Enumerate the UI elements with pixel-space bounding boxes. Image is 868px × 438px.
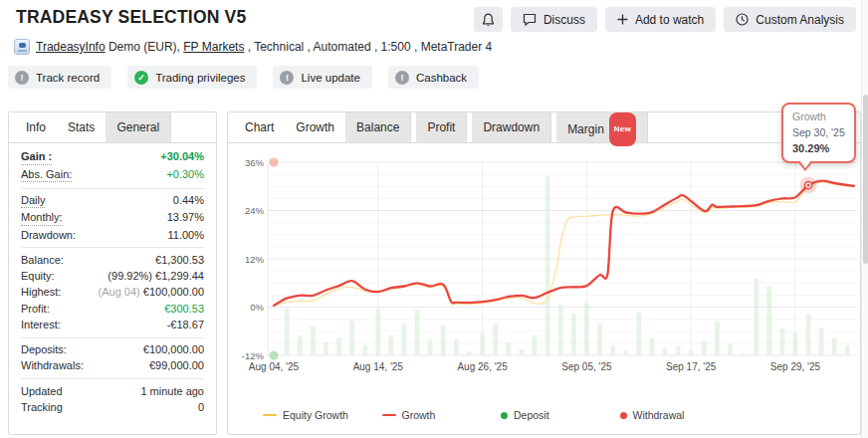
stat-row-equity: Equity:(99.92%) €1,299.44 xyxy=(21,269,204,285)
account-name-link[interactable]: TradeasyInfo xyxy=(36,40,106,54)
chart-panel: ChartGrowthBalanceProfitDrawdownMarginNe… xyxy=(227,111,861,435)
page-title: TRADEASY SELECTION V5 xyxy=(16,7,246,28)
tab-drawdown[interactable]: Drawdown xyxy=(472,112,551,142)
stats-panel: InfoStatsGeneral Gain :+30.04%Abs. Gain:… xyxy=(8,111,217,435)
notifications-button[interactable] xyxy=(474,7,503,32)
x-axis-tick-label: Aug 04, '25 xyxy=(249,361,300,372)
stats-tabs: InfoStatsGeneral xyxy=(9,112,216,143)
x-axis-tick-label: Aug 26, '25 xyxy=(457,361,508,372)
stat-row-daily: Daily0.44% xyxy=(21,193,204,210)
discuss-button[interactable]: Discuss xyxy=(511,7,597,32)
x-axis-tick-label: Sep 05, '25 xyxy=(561,361,612,372)
legend-item-withdrawal[interactable]: Withdrawal xyxy=(620,409,740,421)
activity-bar xyxy=(506,342,511,355)
chat-icon xyxy=(523,13,537,26)
stat-value: 1 minute ago xyxy=(140,385,204,399)
activity-bar xyxy=(832,338,837,355)
tab-balance[interactable]: Balance xyxy=(345,112,411,142)
verification-badges-row: !Track record✓Trading privileges!Live up… xyxy=(8,66,479,89)
legend-item-deposit[interactable]: Deposit xyxy=(501,409,620,421)
tab-chart[interactable]: Chart xyxy=(234,112,285,142)
activity-bar xyxy=(819,328,824,355)
legend-line-swatch xyxy=(382,414,396,416)
stat-value: €99,000.00 xyxy=(149,359,204,373)
selected-point-marker xyxy=(804,181,813,190)
y-axis-tick-label: 24% xyxy=(245,205,265,216)
activity-bar xyxy=(415,310,420,355)
stat-value: 11.00% xyxy=(168,229,205,243)
badge-cashback[interactable]: !Cashback xyxy=(388,66,479,89)
stat-label: Gain : xyxy=(21,150,52,165)
activity-bar xyxy=(480,333,485,355)
section-divider xyxy=(21,247,204,248)
page-scrollbar[interactable] xyxy=(861,0,868,438)
broker-link[interactable]: FP Markets xyxy=(183,40,244,54)
stat-row-highest: Highest:(Aug 04) €100,000.00 xyxy=(21,285,204,301)
y-axis-tick-label: 12% xyxy=(245,254,265,265)
y-axis-tick-label: 36% xyxy=(245,157,265,168)
badge-live-update[interactable]: !Live update xyxy=(273,66,371,89)
legend-line-swatch xyxy=(263,414,277,416)
badge-track-record[interactable]: !Track record xyxy=(8,66,111,89)
activity-bar xyxy=(676,346,681,355)
withdrawal-marker xyxy=(270,158,279,167)
badge-label: Trading privileges xyxy=(155,72,245,84)
tooltip-date: Sep 30, '25 xyxy=(792,126,845,138)
activity-bar xyxy=(741,353,746,355)
trading-dashboard-page: TRADEASY SELECTION V5 Discuss Add to wat… xyxy=(0,0,868,438)
legend-dot-swatch xyxy=(501,412,508,419)
stat-row-updated: Updated1 minute ago xyxy=(21,383,204,399)
activity-bar xyxy=(324,342,328,355)
activity-bar xyxy=(375,309,380,355)
section-divider xyxy=(21,337,204,338)
tab-info[interactable]: Info xyxy=(15,112,57,142)
legend-dot-swatch xyxy=(620,412,627,419)
activity-bar xyxy=(441,325,446,355)
legend-item-growth[interactable]: Growth xyxy=(382,409,502,421)
add-to-watch-button[interactable]: Add to watch xyxy=(605,7,716,32)
activity-bar xyxy=(467,351,472,355)
growth-chart[interactable]: 36%24%12%0%-12%Aug 04, '25Aug 14, '25Aug… xyxy=(228,143,860,386)
activity-bar xyxy=(571,314,576,355)
page-scrollbar-thumb[interactable] xyxy=(863,95,868,264)
tab-stats[interactable]: Stats xyxy=(57,112,106,142)
activity-bar xyxy=(793,332,798,355)
chart-tooltip: Growth Sep 30, '25 30.29% xyxy=(781,103,856,163)
stat-label: Balance: xyxy=(21,254,64,268)
custom-analysis-button[interactable]: Custom Analysis xyxy=(724,7,856,32)
activity-bar xyxy=(650,338,655,355)
exclamation-circle-icon: ! xyxy=(395,71,409,85)
activity-bar xyxy=(558,305,563,355)
tab-general[interactable]: General xyxy=(106,112,171,142)
activity-bar xyxy=(454,338,459,355)
stat-label: Tracking xyxy=(21,401,63,415)
stat-value: €300.53 xyxy=(164,303,204,317)
add-to-watch-label: Add to watch xyxy=(635,13,704,27)
stat-value-prefix: (Aug 04) xyxy=(99,286,143,298)
activity-bar xyxy=(336,337,341,355)
tab-margin[interactable]: MarginNew xyxy=(556,112,648,142)
stat-label: Drawdown: xyxy=(21,229,76,243)
activity-bar xyxy=(597,324,602,355)
stat-label: Withdrawals: xyxy=(21,359,84,373)
tab-profit[interactable]: Profit xyxy=(416,112,467,142)
badge-trading-privileges[interactable]: ✓Trading privileges xyxy=(127,66,257,89)
legend-label: Deposit xyxy=(514,409,549,421)
legend-item-equity-growth[interactable]: Equity Growth xyxy=(263,409,382,421)
legend-label: Equity Growth xyxy=(283,409,348,421)
activity-bar xyxy=(702,340,707,355)
custom-analysis-label: Custom Analysis xyxy=(756,13,844,27)
stat-label: Abs. Gain: xyxy=(21,168,72,183)
stat-label: Equity: xyxy=(21,270,55,284)
stat-label: Deposits: xyxy=(21,343,67,357)
tab-growth[interactable]: Growth xyxy=(285,112,345,142)
stat-label: Profit: xyxy=(21,303,50,317)
stat-value: (Aug 04) €100,000.00 xyxy=(99,286,204,300)
activity-bar xyxy=(493,324,498,355)
section-divider xyxy=(21,188,204,189)
badge-label: Cashback xyxy=(416,72,467,84)
exclamation-circle-icon: ! xyxy=(15,71,29,85)
x-axis-tick-label: Aug 14, '25 xyxy=(353,361,404,372)
activity-bar xyxy=(636,312,641,355)
legend-label: Withdrawal xyxy=(633,409,685,421)
